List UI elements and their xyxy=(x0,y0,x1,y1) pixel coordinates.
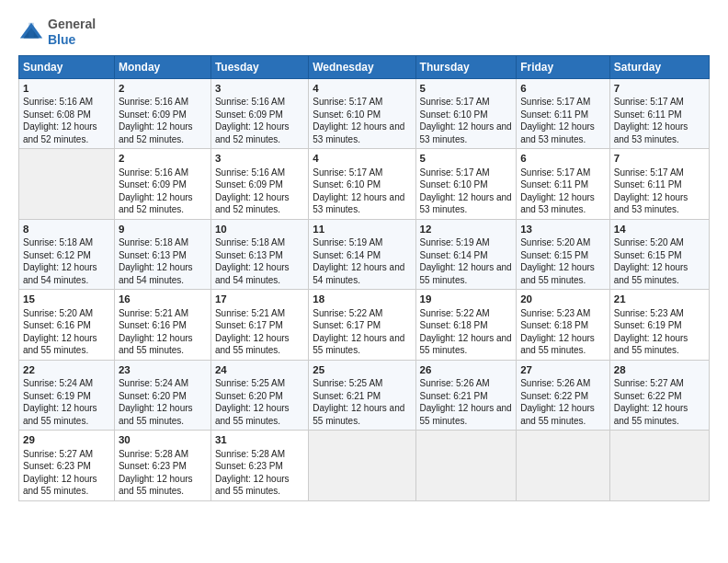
day-number: 5 xyxy=(420,152,513,167)
cell-text: Sunrise: 5:25 AM xyxy=(215,378,285,388)
day-number: 14 xyxy=(614,223,705,237)
cell-text: Sunset: 6:09 PM xyxy=(215,179,283,190)
cell-text: Daylight: 12 hours and 53 minutes. xyxy=(520,192,595,215)
cell-text: Daylight: 12 hours and 55 minutes. xyxy=(614,403,688,426)
day-number: 25 xyxy=(313,363,411,378)
cell-text: Sunset: 6:11 PM xyxy=(614,179,682,190)
cell-text: Sunset: 6:13 PM xyxy=(215,250,283,260)
table-cell xyxy=(309,431,415,501)
cell-text: Sunset: 6:10 PM xyxy=(313,109,381,120)
cell-text: Sunset: 6:10 PM xyxy=(420,109,488,120)
cell-text: Daylight: 12 hours and 53 minutes. xyxy=(313,192,404,215)
table-cell xyxy=(609,431,709,501)
cell-text: Sunset: 6:12 PM xyxy=(23,250,91,260)
cell-text: Sunset: 6:09 PM xyxy=(119,109,187,120)
cell-text: Daylight: 12 hours and 52 minutes. xyxy=(23,121,97,144)
day-number: 8 xyxy=(23,223,110,237)
cell-text: Daylight: 12 hours and 55 minutes. xyxy=(614,262,688,285)
day-number: 11 xyxy=(313,223,411,237)
table-cell: 14Sunrise: 5:20 AMSunset: 6:15 PMDayligh… xyxy=(609,219,709,290)
day-number: 19 xyxy=(420,293,513,307)
cell-text: Sunrise: 5:16 AM xyxy=(119,97,188,107)
day-number: 15 xyxy=(23,293,110,307)
calendar-table: Sunday Monday Tuesday Wednesday Thursday… xyxy=(18,55,710,501)
table-cell: 30Sunrise: 5:28 AMSunset: 6:23 PMDayligh… xyxy=(114,431,210,501)
day-number: 28 xyxy=(614,363,705,378)
cell-text: Daylight: 12 hours and 55 minutes. xyxy=(23,333,97,356)
day-number: 22 xyxy=(23,363,110,378)
cell-text: Sunrise: 5:21 AM xyxy=(215,308,285,318)
cell-text: Sunset: 6:20 PM xyxy=(215,391,283,401)
table-cell: 24Sunrise: 5:25 AMSunset: 6:20 PMDayligh… xyxy=(210,360,308,431)
cell-text: Sunrise: 5:19 AM xyxy=(420,237,490,247)
cell-text: Daylight: 12 hours and 55 minutes. xyxy=(119,403,193,426)
logo: General Blue xyxy=(18,17,96,48)
table-cell xyxy=(19,149,115,220)
table-row: 29Sunrise: 5:27 AMSunset: 6:23 PMDayligh… xyxy=(19,431,710,501)
table-cell: 10Sunrise: 5:18 AMSunset: 6:13 PMDayligh… xyxy=(210,219,308,290)
cell-text: Sunrise: 5:20 AM xyxy=(23,308,93,318)
day-number: 5 xyxy=(420,82,513,97)
day-number: 2 xyxy=(119,152,207,167)
cell-text: Daylight: 12 hours and 55 minutes. xyxy=(614,333,688,356)
cell-text: Daylight: 12 hours and 55 minutes. xyxy=(313,403,404,426)
table-cell: 5Sunrise: 5:17 AMSunset: 6:10 PMDaylight… xyxy=(415,78,517,149)
cell-text: Sunset: 6:21 PM xyxy=(420,391,488,401)
cell-text: Sunset: 6:18 PM xyxy=(520,320,588,330)
cell-text: Sunset: 6:20 PM xyxy=(119,391,187,401)
cell-text: Daylight: 12 hours and 54 minutes. xyxy=(313,262,404,285)
day-number: 6 xyxy=(520,152,606,167)
cell-text: Sunset: 6:23 PM xyxy=(119,461,187,471)
table-cell: 20Sunrise: 5:23 AMSunset: 6:18 PMDayligh… xyxy=(517,290,610,361)
cell-text: Sunset: 6:08 PM xyxy=(23,109,91,120)
cell-text: Daylight: 12 hours and 55 minutes. xyxy=(520,333,595,356)
cell-text: Sunrise: 5:17 AM xyxy=(520,167,590,178)
cell-text: Sunrise: 5:20 AM xyxy=(520,237,590,247)
cell-text: Sunrise: 5:23 AM xyxy=(520,308,590,318)
table-cell: 15Sunrise: 5:20 AMSunset: 6:16 PMDayligh… xyxy=(19,290,115,361)
day-number: 18 xyxy=(313,293,411,307)
cell-text: Sunset: 6:15 PM xyxy=(614,250,682,260)
cell-text: Daylight: 12 hours and 55 minutes. xyxy=(23,474,97,497)
table-cell: 7Sunrise: 5:17 AMSunset: 6:11 PMDaylight… xyxy=(609,149,709,220)
cell-text: Sunset: 6:16 PM xyxy=(119,320,187,330)
cell-text: Sunset: 6:23 PM xyxy=(23,461,91,471)
logo-icon xyxy=(18,19,44,45)
cell-text: Daylight: 12 hours and 52 minutes. xyxy=(119,121,193,144)
table-cell: 1Sunrise: 5:16 AMSunset: 6:08 PMDaylight… xyxy=(19,78,115,149)
header-row: Sunday Monday Tuesday Wednesday Thursday… xyxy=(19,55,710,78)
cell-text: Sunrise: 5:16 AM xyxy=(23,97,93,107)
cell-text: Sunset: 6:11 PM xyxy=(520,109,588,120)
cell-text: Sunrise: 5:27 AM xyxy=(23,449,93,459)
cell-text: Daylight: 12 hours and 52 minutes. xyxy=(215,121,290,144)
cell-text: Daylight: 12 hours and 53 minutes. xyxy=(420,192,512,215)
cell-text: Sunrise: 5:22 AM xyxy=(420,308,490,318)
cell-text: Daylight: 12 hours and 55 minutes. xyxy=(420,262,512,285)
cell-text: Sunrise: 5:17 AM xyxy=(313,167,382,178)
cell-text: Sunset: 6:23 PM xyxy=(215,461,283,471)
header: General Blue xyxy=(18,17,710,48)
day-number: 7 xyxy=(614,82,705,97)
cell-text: Sunrise: 5:17 AM xyxy=(614,167,684,178)
cell-text: Sunrise: 5:28 AM xyxy=(119,449,188,459)
cell-text: Sunrise: 5:18 AM xyxy=(119,237,188,247)
table-row: 8Sunrise: 5:18 AMSunset: 6:12 PMDaylight… xyxy=(19,219,710,290)
cell-text: Daylight: 12 hours and 55 minutes. xyxy=(215,474,290,497)
cell-text: Sunset: 6:09 PM xyxy=(119,179,187,190)
cell-text: Sunset: 6:22 PM xyxy=(520,391,588,401)
table-cell: 23Sunrise: 5:24 AMSunset: 6:20 PMDayligh… xyxy=(114,360,210,431)
cell-text: Daylight: 12 hours and 52 minutes. xyxy=(119,192,193,215)
cell-text: Sunrise: 5:18 AM xyxy=(215,237,285,247)
day-number: 9 xyxy=(119,223,207,237)
cell-text: Sunset: 6:21 PM xyxy=(313,391,381,401)
table-cell: 4Sunrise: 5:17 AMSunset: 6:10 PMDaylight… xyxy=(309,78,415,149)
day-number: 1 xyxy=(23,82,110,97)
day-number: 3 xyxy=(215,152,304,167)
logo-general: General xyxy=(48,17,96,31)
col-saturday: Saturday xyxy=(609,55,709,78)
table-cell: 22Sunrise: 5:24 AMSunset: 6:19 PMDayligh… xyxy=(19,360,115,431)
day-number: 31 xyxy=(215,433,304,448)
table-cell: 3Sunrise: 5:16 AMSunset: 6:09 PMDaylight… xyxy=(210,78,308,149)
table-cell: 31Sunrise: 5:28 AMSunset: 6:23 PMDayligh… xyxy=(210,431,308,501)
table-cell: 6Sunrise: 5:17 AMSunset: 6:11 PMDaylight… xyxy=(517,78,610,149)
